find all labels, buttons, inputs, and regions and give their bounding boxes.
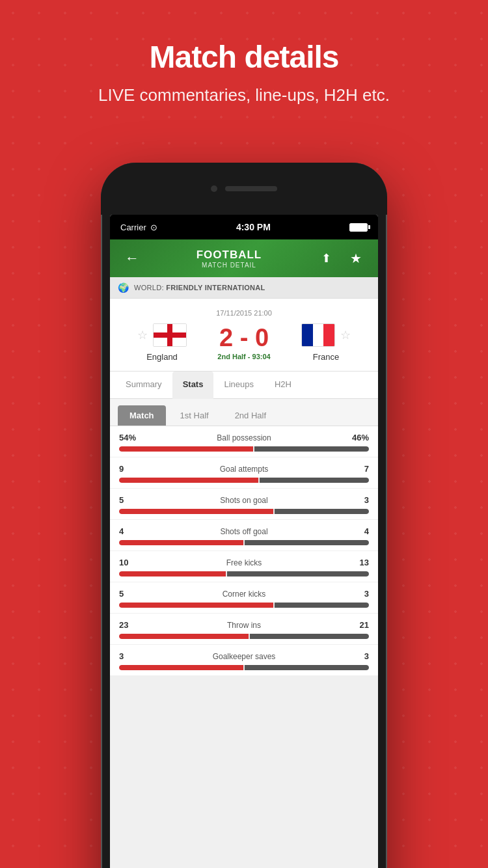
world-flag-icon: 🌍	[118, 282, 129, 293]
bar-away-corner_kicks	[275, 603, 369, 608]
status-right	[349, 223, 368, 232]
home-team-name: England	[146, 352, 178, 362]
bar-container-goalkeeper_saves	[119, 665, 369, 670]
tab-summary[interactable]: Summary	[115, 372, 172, 399]
bar-home-goalkeeper_saves	[119, 665, 243, 670]
sub-tab-2nd-half[interactable]: 2nd Half	[223, 405, 278, 426]
stats-area: 54% Ball possession 46% 9 Goal attempts …	[110, 426, 378, 676]
match-datetime: 17/11/2015 21:00	[123, 309, 365, 317]
sub-tab-match[interactable]: Match	[118, 405, 166, 426]
stat-label-goalkeeper_saves: Goalkeeper saves	[139, 652, 349, 661]
tab-stats[interactable]: Stats	[172, 372, 214, 399]
stat-header-goal_attempts: 9 Goal attempts 7	[119, 464, 369, 474]
bar-container-corner_kicks	[119, 603, 369, 608]
bar-away-goalkeeper_saves	[245, 665, 369, 670]
stat-row-free_kicks: 10 Free kicks 13	[110, 551, 378, 582]
back-button[interactable]: ←	[120, 250, 144, 267]
bar-away-shots_on_goal	[275, 509, 369, 514]
page-subtitle: LIVE commentaries, line-ups, H2H etc.	[26, 85, 462, 105]
wifi-icon: ⊙	[150, 223, 157, 232]
home-team-side: ☆ England	[123, 323, 201, 362]
stat-row-ball_possession: 54% Ball possession 46%	[110, 426, 378, 457]
away-team-favorite-icon[interactable]: ☆	[340, 328, 351, 342]
tab-h2h[interactable]: H2H	[264, 372, 302, 399]
home-team-flag-container: ☆	[137, 323, 187, 347]
bar-away-free_kicks	[227, 571, 369, 576]
away-team-name: France	[313, 352, 339, 362]
app-header: ← FOOTBALL MATCH DETAIL ⬆ ★	[110, 239, 378, 277]
stat-away-val-shots_on_goal: 3	[349, 495, 369, 505]
competition-bar: 🌍 WORLD: FRIENDLY INTERNATIONAL	[110, 277, 378, 299]
phone-screen: Carrier ⊙ 4:30 PM ← FOOTBALL MATCH DETAI…	[110, 215, 378, 868]
phone-frame: Carrier ⊙ 4:30 PM ← FOOTBALL MATCH DETAI…	[101, 163, 387, 868]
stat-label-ball_possession: Ball possession	[139, 433, 349, 442]
bar-home-throw_ins	[119, 634, 249, 639]
stat-header-goalkeeper_saves: 3 Goalkeeper saves 3	[119, 651, 369, 661]
app-header-subtitle: MATCH DETAIL	[144, 262, 314, 269]
phone-top-bar	[101, 163, 387, 215]
stat-home-val-shots_off_goal: 4	[119, 526, 139, 536]
stat-home-val-goal_attempts: 9	[119, 464, 139, 474]
stat-header-throw_ins: 23 Throw ins 21	[119, 620, 369, 630]
match-score: 2 - 0	[217, 325, 270, 350]
bar-container-ball_possession	[119, 446, 369, 452]
stat-away-val-throw_ins: 21	[349, 620, 369, 630]
stat-row-goal_attempts: 9 Goal attempts 7	[110, 457, 378, 489]
tab-lineups[interactable]: Lineups	[213, 372, 264, 399]
home-team-favorite-icon[interactable]: ☆	[137, 328, 148, 342]
match-score-area: 17/11/2015 21:00 ☆ England 2	[110, 299, 378, 372]
stat-label-throw_ins: Throw ins	[139, 621, 349, 630]
carrier-label: Carrier	[120, 223, 146, 232]
away-team-flag-container: ☆	[301, 323, 351, 347]
stat-home-val-corner_kicks: 5	[119, 589, 139, 599]
status-left: Carrier ⊙	[120, 223, 157, 232]
bar-away-throw_ins	[250, 634, 369, 639]
stat-label-shots_off_goal: Shots off goal	[139, 527, 349, 536]
stat-home-val-ball_possession: 54%	[119, 433, 139, 442]
sub-tabs-bar: Match 1st Half 2nd Half	[110, 399, 378, 426]
stat-away-val-free_kicks: 13	[349, 558, 369, 567]
tabs-bar: Summary Stats Lineups H2H	[110, 372, 378, 399]
bar-container-shots_on_goal	[119, 509, 369, 514]
england-flag	[154, 324, 186, 346]
stat-header-shots_off_goal: 4 Shots off goal 4	[119, 526, 369, 536]
favorite-button[interactable]: ★	[344, 251, 368, 266]
bar-home-shots_on_goal	[119, 509, 273, 514]
stat-row-shots_off_goal: 4 Shots off goal 4	[110, 520, 378, 551]
bar-home-ball_possession	[119, 446, 253, 452]
stat-row-goalkeeper_saves: 3 Goalkeeper saves 3	[110, 645, 378, 676]
france-flag-box	[301, 323, 335, 347]
camera-dot	[211, 185, 217, 192]
stat-label-shots_on_goal: Shots on goal	[139, 496, 349, 505]
stat-header-shots_on_goal: 5 Shots on goal 3	[119, 495, 369, 505]
stat-away-val-goal_attempts: 7	[349, 464, 369, 474]
bar-home-shots_off_goal	[119, 540, 243, 545]
stat-row-throw_ins: 23 Throw ins 21	[110, 614, 378, 645]
stat-label-free_kicks: Free kicks	[139, 558, 349, 567]
score-center: 2 - 0 2nd Half - 93:04	[217, 325, 270, 360]
stat-away-val-ball_possession: 46%	[349, 433, 369, 442]
france-flag	[302, 324, 334, 346]
stat-home-val-shots_on_goal: 5	[119, 495, 139, 505]
match-status: 2nd Half - 93:04	[217, 353, 270, 360]
bar-home-free_kicks	[119, 571, 226, 576]
stat-header-free_kicks: 10 Free kicks 13	[119, 558, 369, 567]
stat-away-val-goalkeeper_saves: 3	[349, 651, 369, 661]
sub-tab-1st-half[interactable]: 1st Half	[169, 405, 221, 426]
stat-home-val-free_kicks: 10	[119, 558, 139, 567]
stat-row-shots_on_goal: 5 Shots on goal 3	[110, 489, 378, 520]
stat-away-val-corner_kicks: 3	[349, 589, 369, 599]
status-time: 4:30 PM	[236, 222, 271, 232]
away-team-side: ☆ France	[287, 323, 365, 362]
stat-away-val-shots_off_goal: 4	[349, 526, 369, 536]
speaker-bar	[225, 186, 277, 191]
bar-away-goal_attempts	[260, 478, 369, 483]
england-flag-box	[153, 323, 187, 347]
bar-container-free_kicks	[119, 571, 369, 576]
bar-away-ball_possession	[254, 446, 369, 452]
battery-fill	[350, 224, 367, 231]
stat-header-corner_kicks: 5 Corner kicks 3	[119, 589, 369, 599]
share-button[interactable]: ⬆	[314, 251, 338, 265]
competition-label: WORLD: FRIENDLY INTERNATIONAL	[134, 284, 265, 292]
bar-container-throw_ins	[119, 634, 369, 639]
